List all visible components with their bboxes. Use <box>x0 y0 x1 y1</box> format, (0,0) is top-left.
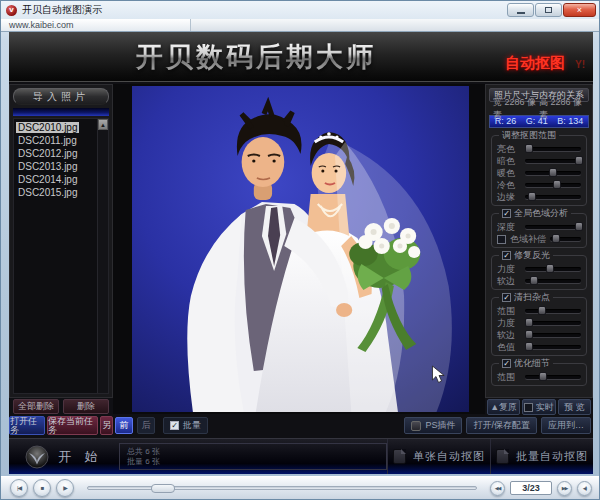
slider-label: 暖色 <box>497 169 521 178</box>
batch-checkbox[interactable]: 批量 <box>163 417 208 434</box>
close-button[interactable]: × <box>563 3 596 17</box>
preview-button[interactable]: 预 览 <box>558 399 591 415</box>
app-window: v 开贝自动抠图演示 × www.kaibei.com 开贝数码后期大师 自动抠… <box>0 0 600 500</box>
slider-track[interactable] <box>525 267 581 271</box>
start-label: 开 始 <box>58 448 103 466</box>
slider-track[interactable] <box>525 195 581 199</box>
slider-track[interactable] <box>525 345 581 349</box>
import-photos-button[interactable]: 导入照片 <box>13 88 109 105</box>
slider-track[interactable] <box>525 183 581 187</box>
slider-handle[interactable] <box>525 342 533 351</box>
rgb-value-bar: R: 26 G: 41 B: 134 <box>489 115 589 128</box>
slider-track[interactable] <box>525 333 581 337</box>
slider-row: 深度 <box>497 221 581 233</box>
adjustment-group: 修复反光 力度 软边 <box>491 255 587 290</box>
file-list-item[interactable]: DSC2015.jpg <box>16 186 97 199</box>
forward-button[interactable]: ▶▶ <box>557 481 572 496</box>
save-task-button[interactable]: 保存当前任务 <box>47 416 98 435</box>
realtime-checkbox[interactable]: 实时 <box>522 399 555 415</box>
group-checkbox[interactable] <box>502 359 511 368</box>
slider-row: 暗色 <box>497 155 581 167</box>
batch-cutout-label: 批量自动抠图 <box>516 449 588 464</box>
file-list-item[interactable]: DSC2011.jpg <box>16 134 97 147</box>
play-button[interactable]: ▶ <box>56 479 74 497</box>
ps-plugin-icon <box>411 421 421 431</box>
slider-row: 软边 <box>497 275 581 287</box>
slider-track[interactable] <box>525 321 581 325</box>
player-progress-handle[interactable] <box>151 484 175 493</box>
single-cutout-button[interactable]: 单张自动抠图 <box>387 439 490 474</box>
slider-track[interactable] <box>525 159 581 163</box>
batch-count: 批量 6 张 <box>127 457 386 466</box>
scroll-track[interactable] <box>98 130 108 393</box>
adjustment-group: 调整抠图范围 亮色 暗色 暖色 冷色 边缘 <box>491 135 587 206</box>
before-button[interactable]: 前 <box>115 417 133 434</box>
after-button[interactable]: 后 <box>137 417 155 434</box>
slider-track[interactable] <box>525 225 581 229</box>
slider-handle[interactable] <box>549 168 557 177</box>
file-name: DSC2011.jpg <box>16 135 79 146</box>
file-name: DSC2013.jpg <box>16 161 79 172</box>
ps-plugin-button[interactable]: PS插件 <box>404 417 462 434</box>
slider-handle[interactable] <box>539 372 547 381</box>
slider-handle[interactable] <box>525 318 533 327</box>
slider-handle[interactable] <box>538 306 546 315</box>
scroll-up-icon[interactable]: ▲ <box>98 119 108 130</box>
page-indicator: 3/23 <box>510 481 552 495</box>
file-list: DSC2010.jpgDSC2011.jpgDSC2012.jpgDSC2013… <box>14 119 97 393</box>
slider-handle[interactable] <box>525 144 533 153</box>
player-progress-track[interactable] <box>87 486 477 490</box>
slider-track[interactable] <box>525 375 581 379</box>
open-task-button[interactable]: 打开任务 <box>9 416 45 435</box>
file-list-item[interactable]: DSC2013.jpg <box>16 160 97 173</box>
photo-preview[interactable] <box>132 86 469 412</box>
save-as-button[interactable]: 另 <box>100 416 113 435</box>
stop-button[interactable]: ■ <box>33 479 51 497</box>
delete-button[interactable]: 删除 <box>63 399 109 414</box>
slider-label: 软边 <box>497 277 521 286</box>
group-checkbox[interactable] <box>502 251 511 260</box>
group-checkbox[interactable] <box>502 293 511 302</box>
slider-handle[interactable] <box>553 180 561 189</box>
slider-handle[interactable] <box>575 222 583 231</box>
slider-track[interactable] <box>525 147 581 151</box>
single-cutout-label: 单张自动抠图 <box>413 449 485 464</box>
batch-cutout-button[interactable]: 批量自动抠图 <box>490 439 593 474</box>
minimize-button[interactable] <box>507 3 534 17</box>
slider-track[interactable] <box>525 309 581 313</box>
slider-label: 色域补偿 <box>510 235 546 244</box>
slider-row: 色值 <box>497 341 581 353</box>
slider-track[interactable] <box>550 237 581 241</box>
total-count: 总共 6 张 <box>127 447 386 456</box>
slider-handle[interactable] <box>525 330 533 339</box>
slider-handle[interactable] <box>528 192 536 201</box>
maximize-button[interactable] <box>535 3 562 17</box>
slider-label: 亮色 <box>497 145 521 154</box>
group-legend: 修复反光 <box>499 251 553 260</box>
slider-track[interactable] <box>525 171 581 175</box>
file-list-item[interactable]: DSC2012.jpg <box>16 147 97 160</box>
open-save-config-button[interactable]: 打开/保存配置 <box>466 417 537 434</box>
slider-groups: 调整抠图范围 亮色 暗色 暖色 冷色 边缘 全局色域分析 深度 <box>489 135 589 386</box>
slider-handle[interactable] <box>552 234 560 243</box>
restore-button[interactable]: ▲复原 <box>487 399 520 415</box>
volume-button[interactable]: ◀) <box>577 481 592 496</box>
group-checkbox[interactable] <box>502 209 511 218</box>
file-list-item[interactable]: DSC2010.jpg <box>16 121 97 134</box>
batch-check-icon <box>170 421 179 430</box>
start-button[interactable]: 开 始 <box>9 439 119 474</box>
prev-button[interactable]: |◀ <box>10 479 28 497</box>
slider-checkbox[interactable] <box>497 235 506 244</box>
apply-to-button[interactable]: 应用到… <box>541 417 591 434</box>
scrollbar[interactable]: ▲ <box>97 119 108 393</box>
slider-handle[interactable] <box>546 264 554 273</box>
slider-handle[interactable] <box>530 276 538 285</box>
file-list-item[interactable]: DSC2014.jpg <box>16 173 97 186</box>
slider-handle[interactable] <box>575 156 583 165</box>
group-title: 全局色域分析 <box>514 209 568 218</box>
delete-all-button[interactable]: 全部删除 <box>13 399 59 414</box>
group-legend: 清扫杂点 <box>499 293 553 302</box>
url-tab[interactable]: www.kaibei.com <box>1 19 191 31</box>
slider-track[interactable] <box>525 279 581 283</box>
rewind-button[interactable]: ◀◀ <box>490 481 505 496</box>
